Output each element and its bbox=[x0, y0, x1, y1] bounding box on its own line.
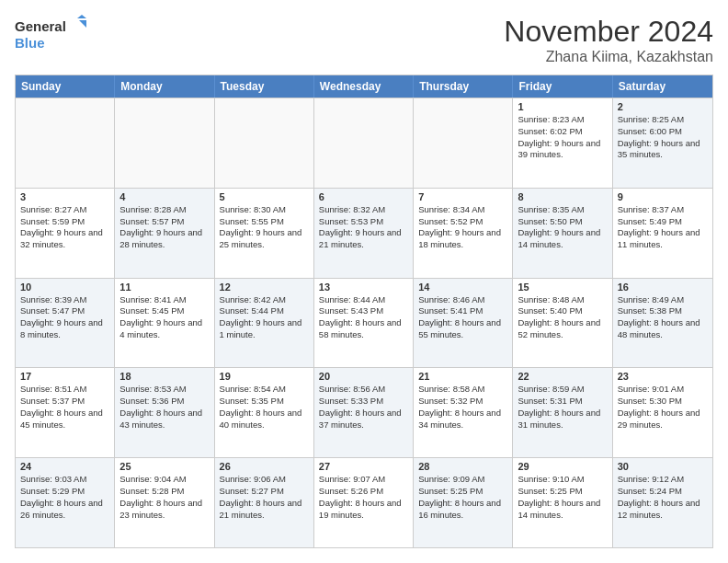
calendar-cell: 19Sunrise: 8:54 AM Sunset: 5:35 PM Dayli… bbox=[215, 368, 314, 457]
calendar-row-5: 24Sunrise: 9:03 AM Sunset: 5:29 PM Dayli… bbox=[16, 457, 712, 547]
day-number: 7 bbox=[418, 191, 507, 202]
logo: General Blue bbox=[15, 15, 88, 55]
svg-marker-3 bbox=[79, 20, 86, 28]
day-number: 29 bbox=[518, 461, 607, 472]
calendar-cell: 9Sunrise: 8:37 AM Sunset: 5:49 PM Daylig… bbox=[613, 189, 712, 278]
cell-details: Sunrise: 9:06 AM Sunset: 5:27 PM Dayligh… bbox=[220, 474, 309, 521]
calendar-cell: 27Sunrise: 9:07 AM Sunset: 5:26 PM Dayli… bbox=[314, 458, 414, 547]
calendar-cell: 28Sunrise: 9:09 AM Sunset: 5:25 PM Dayli… bbox=[414, 458, 513, 547]
day-number: 19 bbox=[220, 371, 309, 382]
cell-details: Sunrise: 8:56 AM Sunset: 5:33 PM Dayligh… bbox=[319, 384, 408, 431]
day-number: 20 bbox=[319, 371, 408, 382]
calendar-cell: 20Sunrise: 8:56 AM Sunset: 5:33 PM Dayli… bbox=[314, 368, 414, 457]
logo-svg: General Blue bbox=[15, 15, 88, 55]
day-number: 25 bbox=[119, 461, 209, 472]
calendar-cell: 14Sunrise: 8:46 AM Sunset: 5:41 PM Dayli… bbox=[414, 279, 513, 368]
day-number: 26 bbox=[220, 461, 309, 472]
cell-details: Sunrise: 8:27 AM Sunset: 5:59 PM Dayligh… bbox=[20, 204, 109, 251]
day-number: 16 bbox=[618, 282, 708, 293]
calendar-row-2: 3Sunrise: 8:27 AM Sunset: 5:59 PM Daylig… bbox=[16, 188, 712, 278]
day-number: 28 bbox=[418, 461, 507, 472]
cell-details: Sunrise: 9:01 AM Sunset: 5:30 PM Dayligh… bbox=[618, 384, 708, 431]
svg-marker-2 bbox=[77, 15, 86, 18]
cell-details: Sunrise: 8:58 AM Sunset: 5:32 PM Dayligh… bbox=[418, 384, 507, 431]
calendar-cell: 26Sunrise: 9:06 AM Sunset: 5:27 PM Dayli… bbox=[215, 458, 314, 547]
cell-details: Sunrise: 8:46 AM Sunset: 5:41 PM Dayligh… bbox=[418, 294, 507, 341]
calendar-header: SundayMondayTuesdayWednesdayThursdayFrid… bbox=[16, 75, 712, 98]
calendar-cell: 5Sunrise: 8:30 AM Sunset: 5:55 PM Daylig… bbox=[215, 189, 314, 278]
calendar-cell: 7Sunrise: 8:34 AM Sunset: 5:52 PM Daylig… bbox=[414, 189, 513, 278]
calendar-cell: 22Sunrise: 8:59 AM Sunset: 5:31 PM Dayli… bbox=[513, 368, 612, 457]
header-day-thursday: Thursday bbox=[414, 75, 513, 98]
cell-details: Sunrise: 8:39 AM Sunset: 5:47 PM Dayligh… bbox=[20, 294, 109, 341]
page-header: General Blue November 2024 Zhana Kiima, … bbox=[15, 15, 713, 65]
calendar-cell: 10Sunrise: 8:39 AM Sunset: 5:47 PM Dayli… bbox=[16, 279, 115, 368]
cell-details: Sunrise: 8:59 AM Sunset: 5:31 PM Dayligh… bbox=[518, 384, 607, 431]
header-day-wednesday: Wednesday bbox=[314, 75, 414, 98]
calendar-cell: 17Sunrise: 8:51 AM Sunset: 5:37 PM Dayli… bbox=[16, 368, 115, 457]
calendar-cell bbox=[115, 98, 214, 188]
day-number: 10 bbox=[20, 282, 109, 293]
day-number: 17 bbox=[20, 371, 109, 382]
calendar-cell: 12Sunrise: 8:42 AM Sunset: 5:44 PM Dayli… bbox=[215, 279, 314, 368]
day-number: 13 bbox=[319, 282, 408, 293]
title-block: November 2024 Zhana Kiima, Kazakhstan bbox=[504, 15, 713, 65]
day-number: 21 bbox=[418, 371, 507, 382]
calendar-cell: 3Sunrise: 8:27 AM Sunset: 5:59 PM Daylig… bbox=[16, 189, 115, 278]
calendar-cell: 29Sunrise: 9:10 AM Sunset: 5:25 PM Dayli… bbox=[513, 458, 612, 547]
cell-details: Sunrise: 8:53 AM Sunset: 5:36 PM Dayligh… bbox=[119, 384, 209, 431]
header-day-monday: Monday bbox=[115, 75, 214, 98]
calendar-row-4: 17Sunrise: 8:51 AM Sunset: 5:37 PM Dayli… bbox=[16, 367, 712, 457]
calendar-cell bbox=[414, 98, 513, 188]
day-number: 11 bbox=[119, 282, 209, 293]
header-day-tuesday: Tuesday bbox=[215, 75, 314, 98]
svg-text:Blue: Blue bbox=[15, 35, 45, 51]
cell-details: Sunrise: 8:28 AM Sunset: 5:57 PM Dayligh… bbox=[119, 204, 209, 251]
cell-details: Sunrise: 9:10 AM Sunset: 5:25 PM Dayligh… bbox=[518, 474, 607, 521]
day-number: 12 bbox=[220, 282, 309, 293]
day-number: 5 bbox=[220, 191, 309, 202]
calendar-cell: 4Sunrise: 8:28 AM Sunset: 5:57 PM Daylig… bbox=[115, 189, 214, 278]
cell-details: Sunrise: 8:48 AM Sunset: 5:40 PM Dayligh… bbox=[518, 294, 607, 341]
day-number: 2 bbox=[618, 101, 708, 112]
cell-details: Sunrise: 8:23 AM Sunset: 6:02 PM Dayligh… bbox=[518, 114, 607, 161]
calendar-cell: 6Sunrise: 8:32 AM Sunset: 5:53 PM Daylig… bbox=[314, 189, 414, 278]
cell-details: Sunrise: 9:04 AM Sunset: 5:28 PM Dayligh… bbox=[119, 474, 209, 521]
cell-details: Sunrise: 8:35 AM Sunset: 5:50 PM Dayligh… bbox=[518, 204, 607, 251]
day-number: 14 bbox=[418, 282, 507, 293]
cell-details: Sunrise: 8:37 AM Sunset: 5:49 PM Dayligh… bbox=[618, 204, 708, 251]
day-number: 23 bbox=[618, 371, 708, 382]
calendar: SundayMondayTuesdayWednesdayThursdayFrid… bbox=[15, 75, 713, 548]
day-number: 9 bbox=[618, 191, 708, 202]
day-number: 6 bbox=[319, 191, 408, 202]
cell-details: Sunrise: 8:32 AM Sunset: 5:53 PM Dayligh… bbox=[319, 204, 408, 251]
cell-details: Sunrise: 8:34 AM Sunset: 5:52 PM Dayligh… bbox=[418, 204, 507, 251]
calendar-cell bbox=[16, 98, 115, 188]
day-number: 15 bbox=[518, 282, 607, 293]
cell-details: Sunrise: 9:12 AM Sunset: 5:24 PM Dayligh… bbox=[618, 474, 708, 521]
calendar-row-3: 10Sunrise: 8:39 AM Sunset: 5:47 PM Dayli… bbox=[16, 278, 712, 368]
calendar-cell: 23Sunrise: 9:01 AM Sunset: 5:30 PM Dayli… bbox=[613, 368, 712, 457]
header-day-friday: Friday bbox=[513, 75, 612, 98]
cell-details: Sunrise: 8:54 AM Sunset: 5:35 PM Dayligh… bbox=[220, 384, 309, 431]
header-day-sunday: Sunday bbox=[16, 75, 115, 98]
cell-details: Sunrise: 8:51 AM Sunset: 5:37 PM Dayligh… bbox=[20, 384, 109, 431]
day-number: 22 bbox=[518, 371, 607, 382]
cell-details: Sunrise: 8:44 AM Sunset: 5:43 PM Dayligh… bbox=[319, 294, 408, 341]
cell-details: Sunrise: 8:42 AM Sunset: 5:44 PM Dayligh… bbox=[220, 294, 309, 341]
cell-details: Sunrise: 9:07 AM Sunset: 5:26 PM Dayligh… bbox=[319, 474, 408, 521]
svg-text:General: General bbox=[15, 18, 66, 34]
calendar-cell: 11Sunrise: 8:41 AM Sunset: 5:45 PM Dayli… bbox=[115, 279, 214, 368]
cell-details: Sunrise: 9:03 AM Sunset: 5:29 PM Dayligh… bbox=[20, 474, 109, 521]
calendar-cell: 2Sunrise: 8:25 AM Sunset: 6:00 PM Daylig… bbox=[613, 98, 712, 188]
cell-details: Sunrise: 9:09 AM Sunset: 5:25 PM Dayligh… bbox=[418, 474, 507, 521]
day-number: 1 bbox=[518, 101, 607, 112]
calendar-cell: 15Sunrise: 8:48 AM Sunset: 5:40 PM Dayli… bbox=[513, 279, 612, 368]
calendar-cell: 8Sunrise: 8:35 AM Sunset: 5:50 PM Daylig… bbox=[513, 189, 612, 278]
calendar-cell: 30Sunrise: 9:12 AM Sunset: 5:24 PM Dayli… bbox=[613, 458, 712, 547]
header-day-saturday: Saturday bbox=[613, 75, 712, 98]
day-number: 18 bbox=[119, 371, 209, 382]
calendar-cell: 25Sunrise: 9:04 AM Sunset: 5:28 PM Dayli… bbox=[115, 458, 214, 547]
cell-details: Sunrise: 8:30 AM Sunset: 5:55 PM Dayligh… bbox=[220, 204, 309, 251]
calendar-cell: 16Sunrise: 8:49 AM Sunset: 5:38 PM Dayli… bbox=[613, 279, 712, 368]
